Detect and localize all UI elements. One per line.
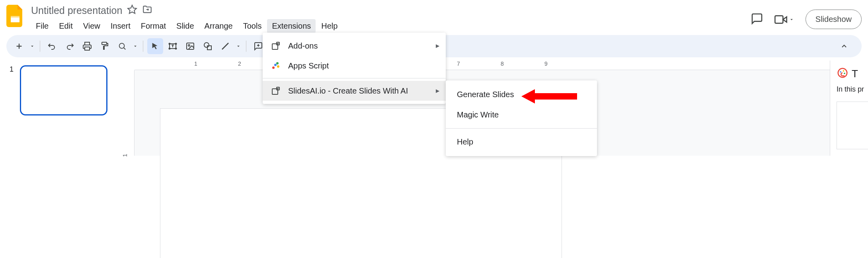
slide-panel: 1	[0, 61, 123, 156]
ruler-tick: 9	[544, 61, 548, 67]
addon-icon	[271, 86, 281, 96]
svg-point-14	[176, 48, 177, 49]
magic-write-item[interactable]: Magic Write	[446, 105, 597, 125]
record-button[interactable]	[774, 13, 794, 26]
side-panel-caption: In this pr	[837, 85, 862, 94]
svg-point-17	[204, 43, 209, 47]
apps-script-icon	[271, 61, 281, 71]
svg-point-11	[169, 43, 170, 45]
extensions-dropdown: Add-ons ▶ Apps Script SlidesAI.io - Crea…	[263, 33, 446, 104]
line-tool[interactable]	[217, 38, 233, 54]
svg-rect-1	[11, 16, 20, 18]
undo-button[interactable]	[44, 38, 60, 54]
theme-icon[interactable]	[837, 67, 848, 80]
svg-line-9	[124, 48, 126, 50]
menu-file[interactable]: File	[31, 19, 53, 33]
comments-icon[interactable]	[751, 12, 763, 27]
redo-button[interactable]	[62, 38, 78, 54]
select-tool[interactable]	[147, 38, 163, 54]
svg-point-30	[272, 66, 275, 69]
submenu-arrow-icon: ▶	[436, 88, 439, 94]
svg-point-8	[119, 43, 125, 49]
apps-script-menu-item[interactable]: Apps Script	[263, 56, 446, 76]
menu-separator	[263, 78, 446, 78]
svg-marker-2	[128, 5, 137, 14]
slidesai-menu-item[interactable]: SlidesAI.io - Create Slides With AI ▶	[263, 81, 446, 101]
submenu-help-item[interactable]: Help	[446, 132, 597, 152]
vertical-ruler[interactable]: 1	[123, 70, 135, 156]
textbox-tool[interactable]	[165, 38, 181, 54]
star-icon[interactable]	[127, 4, 137, 16]
ruler-tick: 2	[238, 61, 241, 67]
slideshow-button[interactable]: Slideshow	[806, 10, 862, 29]
svg-point-24	[843, 70, 845, 72]
svg-rect-7	[102, 42, 107, 45]
theme-preview[interactable]	[837, 102, 868, 149]
menu-label: SlidesAI.io - Create Slides With AI	[288, 86, 408, 96]
menu-arrange[interactable]: Arrange	[200, 19, 238, 33]
toolbar-separator	[40, 41, 40, 52]
svg-point-12	[176, 43, 177, 45]
slide-thumbnail[interactable]	[20, 65, 107, 115]
svg-rect-3	[775, 16, 783, 23]
svg-point-13	[169, 48, 170, 49]
svg-line-19	[222, 43, 228, 49]
title-area: Untitled presentation File Edit View Ins…	[31, 3, 342, 33]
theme-letter: T	[852, 68, 858, 80]
menu-separator	[446, 128, 597, 129]
print-button[interactable]	[79, 38, 95, 54]
addon-icon	[271, 41, 281, 51]
submenu-arrow-icon: ▶	[436, 43, 439, 49]
zoom-dropdown-icon[interactable]	[132, 38, 139, 54]
line-dropdown-icon[interactable]	[235, 38, 242, 54]
app-logo[interactable]	[6, 5, 24, 29]
move-folder-icon[interactable]	[142, 4, 152, 16]
new-slide-button[interactable]	[11, 38, 27, 54]
ruler-tick: 7	[457, 61, 460, 67]
slide-thumbnail-row[interactable]: 1	[10, 65, 114, 115]
ruler-tick: 1	[122, 154, 128, 157]
svg-point-16	[188, 45, 190, 46]
toolbar-separator	[246, 41, 246, 52]
addons-menu-item[interactable]: Add-ons ▶	[263, 36, 446, 56]
theme-side-panel: T In this pr	[830, 61, 868, 156]
menu-help[interactable]: Help	[316, 19, 342, 33]
menu-label: Add-ons	[288, 41, 318, 51]
menu-label: Apps Script	[288, 61, 329, 70]
shape-tool[interactable]	[200, 38, 216, 54]
image-tool[interactable]	[182, 38, 198, 54]
svg-rect-18	[207, 46, 211, 50]
menu-insert[interactable]: Insert	[106, 19, 135, 33]
svg-point-23	[840, 71, 841, 73]
new-slide-dropdown-icon[interactable]	[29, 38, 36, 54]
slidesai-submenu: Generate Slides Magic Write Help	[446, 80, 597, 156]
zoom-button[interactable]	[114, 38, 130, 54]
collapse-toolbar-icon[interactable]	[836, 38, 852, 54]
slide-number: 1	[10, 65, 14, 74]
paint-format-button[interactable]	[97, 38, 113, 54]
svg-rect-6	[85, 47, 90, 50]
generate-slides-item[interactable]: Generate Slides	[446, 84, 597, 105]
ruler-tick: 1	[194, 61, 197, 67]
svg-point-33	[276, 62, 279, 64]
menu-bar: File Edit View Insert Format Slide Arran…	[31, 19, 342, 33]
menu-slide[interactable]: Slide	[172, 19, 199, 33]
menu-extensions[interactable]: Extensions	[267, 19, 316, 33]
menu-edit[interactable]: Edit	[54, 19, 77, 33]
ruler-tick: 8	[501, 61, 504, 67]
svg-point-31	[274, 64, 277, 66]
toolbar-separator	[143, 41, 143, 52]
svg-point-32	[277, 65, 279, 68]
menu-format[interactable]: Format	[136, 19, 171, 33]
doc-title[interactable]: Untitled presentation	[31, 5, 122, 16]
header-right: Slideshow	[751, 3, 862, 29]
horizontal-ruler[interactable]: 1 2 3 4 5 6 7 8 9	[135, 61, 830, 70]
svg-point-25	[844, 72, 845, 74]
menu-tools[interactable]: Tools	[238, 19, 267, 33]
menu-view[interactable]: View	[78, 19, 105, 33]
header-bar: Untitled presentation File Edit View Ins…	[0, 0, 868, 32]
